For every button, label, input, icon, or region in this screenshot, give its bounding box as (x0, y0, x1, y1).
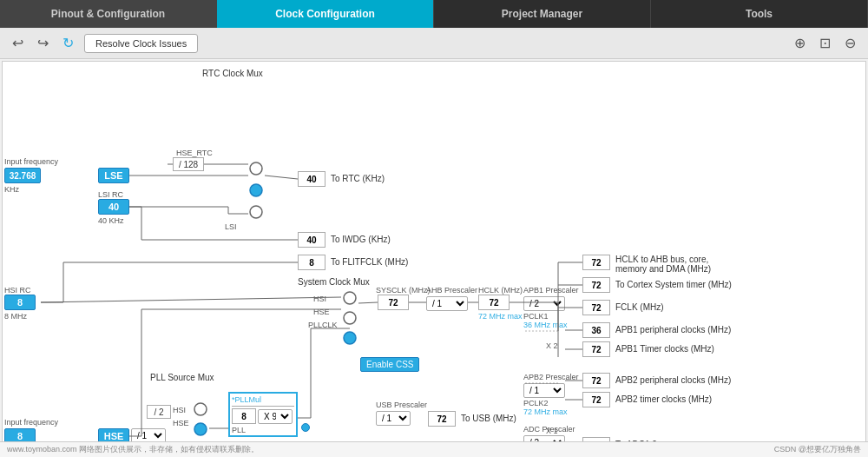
cortex-value: 72 (582, 277, 610, 293)
sysclk-label: SYSCLK (MHz) (376, 286, 431, 295)
svg-point-4 (344, 312, 356, 324)
apb1-timer-label: APB1 Timer clocks (MHz) (615, 344, 714, 354)
rtc-output-box: 40 (298, 171, 326, 187)
usb-prescaler-label: USB Prescaler (376, 401, 427, 409)
svg-point-7 (194, 423, 207, 435)
hsi-mux-label: HSI (313, 295, 326, 303)
freq-khz-label: KHz (4, 185, 19, 194)
toolbar: ↩ ↪ ↻ Resolve Clock Issues ⊕ ⊡ ⊖ (0, 28, 868, 59)
svg-point-1 (250, 184, 262, 196)
zoom-out-button[interactable]: ⊖ (841, 33, 859, 53)
svg-line-22 (358, 302, 378, 303)
undo-button[interactable]: ↩ (9, 33, 27, 53)
sysclk-value: 72 (378, 295, 409, 310)
pclk1-label: PCLK1 (523, 312, 549, 321)
fclk-value: 72 (582, 300, 610, 315)
usb-output-value: 72 (428, 411, 456, 427)
svg-point-2 (250, 206, 262, 218)
pll-src-div2: / 2 (147, 405, 171, 419)
sys-mux (341, 288, 358, 350)
pll-mul-value: 8 (232, 408, 256, 424)
pll-source-mux-label: PLL Source Mux (150, 373, 214, 382)
apb1-prescaler-label: APB1 Prescaler (523, 286, 579, 295)
svg-point-0 (250, 162, 262, 175)
flitfclk-output-box: 8 (298, 255, 326, 270)
freq-32khz-block: 32.768 (4, 168, 41, 183)
to-iwdg-label: To IWDG (KHz) (331, 235, 391, 244)
rtc-mux-top (247, 156, 265, 227)
svg-line-14 (265, 176, 298, 179)
pclk2-label: PCLK2 (523, 399, 549, 407)
lsi-40khz-label: 40 KHz (98, 216, 124, 225)
fit-button[interactable]: ⊡ (816, 33, 834, 53)
redo-button[interactable]: ↪ (34, 33, 52, 53)
x2-label: X 2 (546, 341, 558, 350)
svg-line-21 (41, 297, 341, 302)
pll-mul-select[interactable]: X 9 (258, 409, 293, 424)
lse-block: LSE (98, 168, 129, 183)
apb2-periph-label: APB2 peripheral clocks (MHz) (615, 375, 731, 385)
pll-label: PLL (232, 426, 294, 434)
connector-lines (3, 62, 865, 457)
input-freq-label-1: Input frequency (4, 157, 58, 166)
apb1-max-label: 36 MHz max (523, 321, 568, 329)
input-freq-label-2: Input frequency (4, 418, 58, 427)
hclk-ahb-sub-label: memory and DMA (MHz) (615, 264, 711, 274)
apb1-prescaler-select[interactable]: / 2 (523, 296, 565, 311)
usb-prescaler-select[interactable]: / 1 (376, 411, 411, 426)
hsi-8mhz-label: 8 MHz (4, 312, 27, 321)
refresh-button[interactable]: ↻ (59, 33, 77, 53)
resolve-clock-issues-button[interactable]: Resolve Clock Issues (84, 34, 198, 53)
footer: www.toymoban.com 网络图片仅供展示，非存储，如有侵权请联系删除。… (0, 441, 868, 457)
hclk-label: HCLK (MHz) (478, 286, 523, 295)
apb1-periph-label: APB1 peripheral clocks (MHz) (615, 325, 731, 334)
pll-mux-dot (301, 423, 310, 432)
hse-div128-block: / 128 (173, 157, 204, 171)
hsi-pll-label: HSI (173, 406, 186, 414)
ahb-prescaler-label: AHB Prescaler (426, 286, 477, 295)
rtc-mux-label: RTC Clock Mux (202, 69, 263, 78)
lsi-label: LSI (225, 222, 237, 231)
footer-left: www.toymoban.com 网络图片仅供展示，非存储，如有侵权请联系删除。 (7, 444, 259, 455)
apb2-timer-value: 72 (582, 392, 610, 407)
hclk-max-label: 72 MHz max (478, 312, 523, 321)
ahb-prescaler-select[interactable]: / 1 (426, 296, 468, 311)
clock-diagram: RTC Clock Mux Input frequency 32.768 KHz… (3, 62, 865, 457)
zoom-in-button[interactable]: ⊕ (791, 33, 809, 53)
apb2-max-label: 72 MHz max (523, 407, 568, 416)
tab-tools[interactable]: Tools (651, 0, 868, 28)
svg-point-6 (194, 403, 207, 415)
lsi-40-block: 40 (98, 199, 129, 215)
pll-mul-box: *PLLMul 8 X 9 PLL (228, 392, 298, 437)
system-clk-mux-label: System Clock Mux (298, 277, 370, 287)
lsi-rc-label: LSI RC (98, 190, 123, 199)
hse-rtc-label: HSE_RTC (176, 149, 213, 157)
to-usb-label: To USB (MHz) (461, 414, 516, 423)
nav-tabs: Pinout & Configuration Clock Configurati… (0, 0, 868, 28)
pll-src-mux (192, 399, 209, 444)
apb2-prescaler-select[interactable]: / 1 (523, 383, 565, 398)
tab-pinout[interactable]: Pinout & Configuration (0, 0, 217, 28)
hsi-8-block: 8 (4, 295, 36, 310)
apb2-periph-value: 72 (582, 373, 610, 388)
apb1-timer-value: 72 (582, 341, 610, 357)
pll-mul-label: *PLLMul (232, 395, 294, 407)
svg-point-5 (344, 332, 356, 344)
to-rtc-label: To RTC (KHz) (331, 174, 385, 183)
tab-project[interactable]: Project Manager (434, 0, 651, 28)
hclk-ahb-label: HCLK to AHB bus, core, (615, 255, 708, 264)
svg-point-3 (344, 292, 356, 304)
hse-pll-label: HSE (173, 419, 189, 427)
ahb-value: 72 (582, 255, 610, 270)
enable-css-button[interactable]: Enable CSS (360, 357, 419, 372)
cortex-timer-label: To Cortex System timer (MHz) (615, 280, 732, 289)
main-content: RTC Clock Mux Input frequency 32.768 KHz… (2, 61, 866, 457)
apb1-periph-value: 36 (582, 322, 610, 338)
hse-mux-label: HSE (313, 308, 330, 316)
footer-right: CSDN @想要亿万独角兽 (774, 444, 861, 455)
iwdg-output-box: 40 (298, 232, 326, 248)
hsi-rc-label: HSI RC (4, 286, 31, 295)
tab-clock[interactable]: Clock Configuration (217, 0, 434, 28)
pll-mux-label: PLLCLK (308, 321, 338, 329)
adc-prescaler-label: ADC Prescaler (523, 425, 575, 434)
